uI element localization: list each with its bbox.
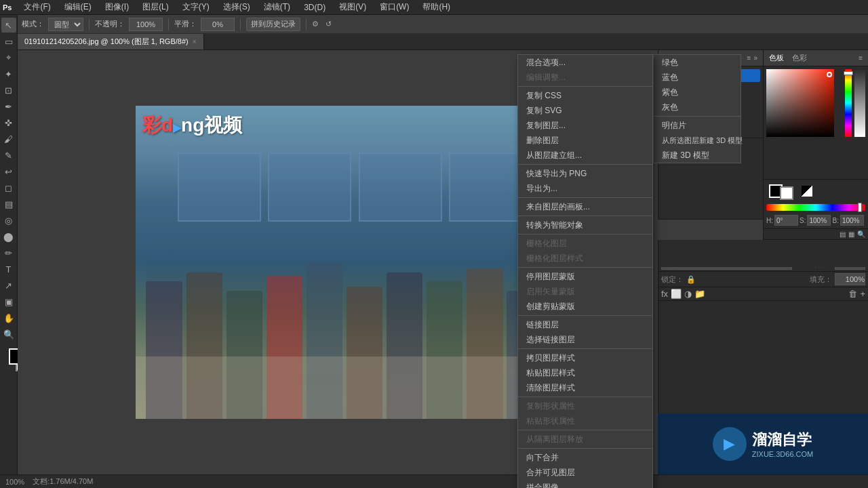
tool-blur[interactable]: ◎ xyxy=(1,213,16,228)
ctx-clipping-mask[interactable]: 创建剪贴蒙版 xyxy=(518,299,652,314)
ctx-copy-layer[interactable]: 复制图层... xyxy=(518,118,652,133)
delete-layer-icon[interactable]: 🗑 xyxy=(848,289,857,299)
search-swatches-icon[interactable]: 🔍 xyxy=(857,230,865,238)
tool-zoom[interactable]: 🔍 xyxy=(1,327,16,342)
swatches-tab[interactable]: 色彩 xyxy=(792,53,807,63)
adjustment-icon[interactable]: ◑ xyxy=(684,289,692,299)
ctx-paste-shape[interactable]: 粘贴形状属性 xyxy=(518,413,652,428)
menu-file[interactable]: 文件(F) xyxy=(20,0,54,14)
menu-edit[interactable]: 编辑(E) xyxy=(60,0,96,14)
bg-color-swatch[interactable] xyxy=(780,186,793,200)
color-b-input[interactable] xyxy=(840,215,864,226)
ctx-flatten[interactable]: 拼合图像 xyxy=(518,480,652,488)
ctx-postcard[interactable]: 明信片 xyxy=(654,118,741,133)
active-tab[interactable]: 019101214205206.jpg @ 100% (图层 1, RGB/8#… xyxy=(18,34,204,49)
ctx-disable-mask[interactable]: 停用图层蒙版 xyxy=(518,269,652,284)
menu-select[interactable]: 选择(S) xyxy=(219,0,254,14)
color-tab-active[interactable]: 色板 xyxy=(769,53,784,63)
add-mask-icon[interactable]: ⬜ xyxy=(671,289,682,299)
reset-colors-icon[interactable] xyxy=(802,186,812,197)
tool-crop[interactable]: ⊡ xyxy=(1,83,16,98)
ctx-new-3d[interactable]: 新建 3D 模型 xyxy=(654,148,741,163)
folder-icon[interactable]: 📁 xyxy=(694,289,705,299)
ctx-rasterize-style[interactable]: 栅格化图层样式 xyxy=(518,251,652,266)
tool-marquee[interactable]: ▭ xyxy=(1,34,16,49)
alpha-bar[interactable] xyxy=(854,69,865,137)
ctx-copy-css[interactable]: 复制 CSS xyxy=(518,88,652,103)
tool-type[interactable]: T xyxy=(1,262,16,277)
hue-slider-h[interactable] xyxy=(766,204,865,211)
settings-icon[interactable]: ⚙ xyxy=(312,20,319,28)
tool-magic-wand[interactable]: ✦ xyxy=(1,66,16,81)
ctx-group-from-layer[interactable]: 从图层建立组... xyxy=(518,148,652,163)
ctx-rasterize[interactable]: 栅格化图层 xyxy=(518,236,652,251)
ctx-export-png[interactable]: 快速导出为 PNG xyxy=(518,166,652,181)
ctx-paste-style[interactable]: 粘贴图层样式 xyxy=(518,365,652,380)
ctx-delete-layer[interactable]: 删除图层 xyxy=(518,133,652,148)
color-picker-gradient[interactable] xyxy=(766,69,834,137)
tool-dodge[interactable]: ⬤ xyxy=(1,229,16,244)
tool-shape[interactable]: ▣ xyxy=(1,294,16,309)
ctx-export-as[interactable]: 导出为... xyxy=(518,181,652,196)
tool-history-brush[interactable]: ↩ xyxy=(1,164,16,179)
brush-input[interactable] xyxy=(201,18,235,31)
tool-pen[interactable]: ✏ xyxy=(1,245,16,260)
refresh-icon[interactable]: ↺ xyxy=(326,20,332,28)
fx-icon[interactable]: fx xyxy=(661,289,668,299)
tool-path-select[interactable]: ↗ xyxy=(1,278,16,293)
ctx-copy-shape[interactable]: 复制形状属性 xyxy=(518,399,652,413)
tool-gradient[interactable]: ▤ xyxy=(1,197,16,211)
menu-image[interactable]: 图像(I) xyxy=(101,0,133,14)
lock-icon[interactable]: 🔒 xyxy=(686,275,696,284)
ctx-link-layers[interactable]: 链接图层 xyxy=(518,317,652,332)
tool-brush[interactable]: 🖌 xyxy=(1,131,16,146)
menu-text[interactable]: 文字(Y) xyxy=(178,0,214,14)
tool-eraser[interactable]: ◻ xyxy=(1,180,16,195)
ctx-copy-style[interactable]: 拷贝图层样式 xyxy=(518,350,652,365)
ctx-blue[interactable]: 蓝色 xyxy=(654,70,741,85)
ctx-purple[interactable]: 紫色 xyxy=(654,85,741,100)
menu-help[interactable]: 帮助(H) xyxy=(418,0,454,14)
grid-large-icon[interactable]: ▦ xyxy=(848,230,854,238)
tool-stamp[interactable]: ✎ xyxy=(1,148,16,163)
opacity-input[interactable] xyxy=(129,18,163,31)
tool-move[interactable]: ↖ xyxy=(1,18,16,33)
ctx-convert-smart[interactable]: 转换为智能对象 xyxy=(518,218,652,232)
ctx-green[interactable]: 绿色 xyxy=(654,55,741,70)
tool-eyedropper[interactable]: ✒ xyxy=(1,99,16,114)
ctx-merge-visible[interactable]: 合并可见图层 xyxy=(518,465,652,480)
ctx-blend-options[interactable]: 混合选项... xyxy=(518,55,652,70)
canvas-image xyxy=(136,106,553,419)
ctx-copy-svg[interactable]: 复制 SVG xyxy=(518,103,652,118)
ctx-new-3d-from-layer[interactable]: 从所选图层新建 3D 模型 xyxy=(654,133,741,148)
ctx-release-isolation[interactable]: 从隔离图层释放 xyxy=(518,432,652,447)
menu-window[interactable]: 窗口(W) xyxy=(376,0,413,14)
color-h-input[interactable] xyxy=(774,215,798,226)
color-s-input[interactable] xyxy=(807,215,831,226)
tool-lasso[interactable]: ⌖ xyxy=(1,50,16,65)
history-record-btn[interactable]: 拼到历史记录 xyxy=(246,18,300,31)
menu-3d[interactable]: 3D(D) xyxy=(300,1,330,14)
ctx-select-linked[interactable]: 选择链接图层 xyxy=(518,332,652,347)
tab-close-btn[interactable]: × xyxy=(193,38,197,45)
fill-input[interactable] xyxy=(835,273,865,285)
grid-small-icon[interactable]: ▤ xyxy=(840,230,846,238)
mode-select[interactable]: 圆型 xyxy=(48,18,83,31)
hue-bar-vertical[interactable] xyxy=(845,69,852,137)
menu-layer[interactable]: 图层(L) xyxy=(138,0,173,14)
ctx-artboard-from-layer[interactable]: 来自图层的画板... xyxy=(518,199,652,214)
history-menu-icon[interactable]: ≡ xyxy=(747,54,751,62)
sep3 xyxy=(240,18,241,30)
history-expand-icon[interactable]: » xyxy=(753,54,757,62)
color-panel-menu[interactable]: ≡ xyxy=(859,54,863,62)
menu-filter[interactable]: 滤镜(T) xyxy=(260,0,294,14)
ctx-clear-style[interactable]: 清除图层样式 xyxy=(518,380,652,395)
ctx-enable-vector-mask[interactable]: 启用矢量蒙版 xyxy=(518,284,652,299)
tool-heal[interactable]: ✜ xyxy=(1,115,16,130)
ctx-gray[interactable]: 灰色 xyxy=(654,100,741,115)
menu-view[interactable]: 视图(V) xyxy=(335,0,370,14)
ctx-edit-adjust[interactable]: 编辑调整... xyxy=(518,70,652,85)
tool-hand[interactable]: ✋ xyxy=(1,310,16,325)
ctx-merge-down[interactable]: 向下合并 xyxy=(518,450,652,465)
add-layer-icon[interactable]: + xyxy=(860,289,865,299)
